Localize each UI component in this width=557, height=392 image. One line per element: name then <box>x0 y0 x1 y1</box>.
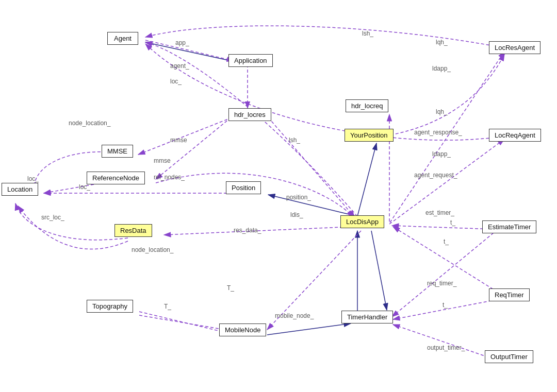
svg-line-8 <box>267 323 351 335</box>
label-node-location: node_location_ <box>69 120 110 127</box>
node-mmse: MMSE <box>102 145 133 158</box>
label-est-timer: est_timer_ <box>425 209 454 216</box>
node-hdr-locres: hdr_locres <box>228 108 271 121</box>
label-lsh1: lsh_ <box>289 137 300 144</box>
label-agent: agent_ <box>170 62 189 70</box>
label-res-data: res_data_ <box>234 227 261 234</box>
svg-line-24 <box>139 312 231 334</box>
node-location: Location <box>2 183 38 196</box>
label-lqh2: lqh_ <box>436 108 448 115</box>
label-mobile-node: mobile_node_ <box>275 312 314 319</box>
label-agent-request: agent_request_ <box>414 172 457 179</box>
node-topography: Topography <box>87 300 133 313</box>
label-loc1: loc_ <box>170 78 182 85</box>
node-position: Position <box>226 181 261 194</box>
label-ldapp1: ldapp_ <box>432 65 451 72</box>
label-src-loc: src_loc_ <box>41 214 64 221</box>
node-agent: Agent <box>107 32 138 45</box>
label-T2: T_ <box>164 303 171 310</box>
node-outputtimer: OutputTimer <box>485 350 533 363</box>
diagram-container: Agent Application hdr_locres MMSE Refere… <box>0 0 557 392</box>
svg-line-27 <box>268 117 355 217</box>
label-req-timer: req_timer_ <box>427 280 456 287</box>
svg-line-3 <box>145 42 242 63</box>
label-agent-response: agent_response_ <box>414 129 462 136</box>
label-ldis: ldis_ <box>290 211 303 218</box>
label-app: app_ <box>175 39 189 46</box>
node-yourposition: YourPosition <box>345 129 394 142</box>
label-t1: t_ <box>450 219 455 226</box>
node-timerhandler: TimerHandler <box>341 311 393 323</box>
svg-line-23 <box>393 325 498 361</box>
label-loc3: loc_ <box>27 175 39 182</box>
svg-line-18 <box>390 52 504 223</box>
node-locresagent: LocResAgent <box>489 41 540 54</box>
label-mmse2: mmse <box>154 157 171 164</box>
label-T1: T_ <box>227 284 234 292</box>
label-t2: t_ <box>444 238 449 245</box>
node-estimatetimer: EstimateTimer <box>482 220 536 233</box>
label-node-location2: node_location_ <box>132 246 173 253</box>
label-lsh2: lsh_ <box>362 30 373 37</box>
node-mobilenode: MobileNode <box>219 323 266 336</box>
label-t3: t_ <box>443 301 448 309</box>
node-application: Application <box>228 54 273 67</box>
label-loc2: loc_ <box>79 183 90 191</box>
label-mmse1: mmse <box>170 137 187 144</box>
svg-line-6 <box>371 231 387 310</box>
svg-line-5 <box>357 143 376 216</box>
label-output-timer: output_timer_ <box>427 344 465 351</box>
node-referencenode: ReferenceNode <box>87 172 145 184</box>
svg-line-12 <box>156 117 231 179</box>
label-ref-nodes: ref_nodes_ <box>154 174 185 181</box>
label-ldapp2: ldapp_ <box>432 150 451 158</box>
svg-line-19 <box>392 226 494 229</box>
label-position: position_ <box>286 194 311 201</box>
node-resdata: ResData <box>114 224 152 237</box>
label-lqh1: lqh_ <box>436 39 448 46</box>
node-reqtimer: ReqTimer <box>489 288 530 301</box>
node-hdr-locreq: hdr_locreq <box>346 99 388 112</box>
svg-line-9 <box>145 40 234 61</box>
svg-line-4 <box>268 195 357 216</box>
svg-line-25 <box>139 315 231 331</box>
svg-line-11 <box>138 117 232 155</box>
node-locreqagent: LocReqAgent <box>489 129 541 142</box>
diagram-svg <box>0 0 557 392</box>
node-locdisapp: LocDisApp <box>340 215 384 228</box>
